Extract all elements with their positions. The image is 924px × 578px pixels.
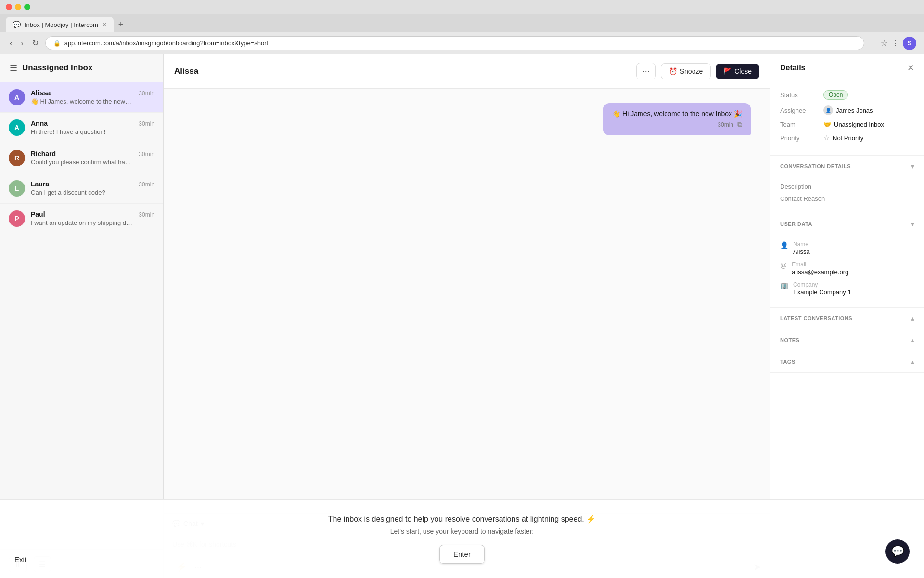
active-tab[interactable]: 💬 Inbox | Moodjoy | Intercom ✕	[6, 17, 114, 32]
sidebar-header: ☰ Unassigned Inbox	[0, 54, 163, 82]
close-btn[interactable]: 🚩 Close	[716, 64, 759, 79]
conv-preview-laura: Can I get a discount code?	[31, 189, 133, 196]
team-name: Unassigned Inbox	[834, 121, 884, 128]
priority-label: Priority	[780, 134, 823, 142]
company-icon: 🏢	[780, 282, 788, 289]
conversation-details-content: Description — Contact Reason —	[770, 177, 924, 213]
person-icon: 👤	[780, 241, 788, 249]
company-row: 🏢 Company Example Company 1	[780, 281, 914, 296]
name-value: Alissa	[793, 248, 810, 255]
name-row: 👤 Name Alissa	[780, 241, 914, 255]
header-actions: ··· ⏰ Snooze 🚩 Close	[636, 63, 759, 79]
contact-reason-row: Contact Reason —	[780, 195, 914, 202]
url-text: app.intercom.com/a/inbox/nnsgmgob/onboar…	[64, 39, 268, 47]
minimize-window-btn[interactable]	[15, 4, 21, 10]
conversation-item-laura[interactable]: L Laura Can I get a discount code? 30min	[0, 173, 163, 204]
chat-widget-icon: 💬	[891, 545, 904, 558]
address-bar: ‹ › ↻ 🔒 app.intercom.com/a/inbox/nnsgmgo…	[0, 32, 924, 54]
enter-btn[interactable]: Enter	[439, 545, 485, 564]
forward-btn[interactable]: ›	[19, 37, 25, 50]
notes-chevron: ▴	[911, 336, 914, 344]
user-data-content: 👤 Name Alissa @ Email alissa@example.org…	[770, 235, 924, 308]
user-data-title: USER DATA	[780, 221, 812, 227]
company-value: Example Company 1	[793, 289, 851, 296]
latest-conversations-chevron: ▴	[911, 315, 914, 322]
maximize-window-btn[interactable]	[24, 4, 30, 10]
conv-time-laura: 30min	[139, 181, 154, 188]
profile-btn[interactable]: S	[903, 37, 916, 50]
status-badge[interactable]: Open	[823, 90, 848, 100]
close-label: Close	[734, 67, 752, 75]
flag-icon: 🚩	[723, 67, 732, 75]
bookmark-icon[interactable]: ☆	[881, 39, 887, 48]
back-btn[interactable]: ‹	[8, 37, 14, 50]
tab-close-btn[interactable]: ✕	[102, 21, 107, 28]
conversation-list: A Alissa 👋 Hi James, welcome to the new …	[0, 82, 163, 549]
team-label: Team	[780, 121, 823, 128]
more-options-btn[interactable]: ···	[636, 63, 656, 79]
assignee-value[interactable]: 👤 James Jonas	[823, 105, 914, 115]
priority-value[interactable]: ☆ Not Priority	[823, 134, 914, 142]
conv-preview-richard: Could you please confirm what happe...	[31, 158, 133, 166]
details-title: Details	[780, 64, 907, 72]
conversation-item-alissa[interactable]: A Alissa 👋 Hi James, welcome to the new …	[0, 82, 163, 113]
snooze-btn[interactable]: ⏰ Snooze	[661, 63, 711, 79]
details-close-btn[interactable]: ✕	[907, 63, 914, 73]
tags-header[interactable]: TAGS ▴	[770, 351, 924, 373]
details-header: Details ✕	[770, 54, 924, 82]
team-value[interactable]: 🤝 Unassigned Inbox	[823, 121, 914, 128]
exit-btn[interactable]: Exit	[14, 555, 26, 564]
conv-time-paul: 30min	[139, 211, 154, 218]
conv-name-paul: Paul	[31, 210, 133, 218]
conversation-item-paul[interactable]: P Paul I want an update on my shipping d…	[0, 204, 163, 234]
conversation-details-chevron: ▾	[911, 162, 914, 170]
company-label: Company	[793, 281, 851, 288]
conv-name-alissa: Alissa	[31, 89, 133, 97]
status-value: Open	[823, 90, 914, 100]
user-data-header[interactable]: USER DATA ▾	[770, 213, 924, 235]
description-value: —	[833, 183, 839, 190]
notes-title: NOTES	[780, 337, 799, 343]
tags-chevron: ▴	[911, 358, 914, 366]
notes-header[interactable]: NOTES ▴	[770, 329, 924, 351]
tags-title: TAGS	[780, 359, 796, 365]
priority-row: Priority ☆ Not Priority	[780, 134, 914, 142]
url-bar[interactable]: 🔒 app.intercom.com/a/inbox/nnsgmgob/onbo…	[45, 36, 864, 50]
reload-btn[interactable]: ↻	[30, 37, 40, 50]
conv-time-alissa: 30min	[139, 90, 154, 97]
conv-name-laura: Laura	[31, 180, 133, 188]
extensions-icon[interactable]: ⋮	[869, 39, 877, 48]
avatar-alissa: A	[9, 89, 25, 105]
description-label: Description	[780, 183, 833, 190]
conversation-details-header[interactable]: CONVERSATION DETAILS ▾	[770, 156, 924, 177]
conversation-item-anna[interactable]: A Anna Hi there! I have a question! 30mi…	[0, 113, 163, 143]
chat-header: Alissa ··· ⏰ Snooze 🚩 Close	[164, 54, 770, 89]
menu-icon[interactable]: ⋮	[891, 39, 899, 48]
conv-name-anna: Anna	[31, 119, 133, 127]
avatar-anna: A	[9, 119, 25, 136]
conversation-item-richard[interactable]: R Richard Could you please confirm what …	[0, 143, 163, 173]
message-meta: 30min ⧉	[612, 120, 742, 129]
priority-name: Not Priority	[833, 134, 863, 142]
browser-toolbar: ⋮ ☆ ⋮ S	[869, 37, 916, 50]
close-window-btn[interactable]	[6, 4, 12, 10]
email-value: alissa@example.org	[792, 268, 848, 276]
copy-icon[interactable]: ⧉	[737, 120, 742, 129]
lock-icon: 🔒	[53, 40, 61, 47]
avatar-laura: L	[9, 180, 25, 197]
assignee-row: Assignee 👤 James Jonas	[780, 105, 914, 115]
chat-widget-btn[interactable]: 💬	[886, 539, 910, 564]
new-tab-btn[interactable]: +	[114, 18, 128, 32]
latest-conversations-header[interactable]: LATEST CONVERSATIONS ▴	[770, 308, 924, 329]
status-row: Status Open	[780, 90, 914, 100]
star-icon: ☆	[823, 134, 830, 142]
tab-bar: 💬 Inbox | Moodjoy | Intercom ✕ +	[0, 14, 924, 32]
sidebar-toggle-btn[interactable]: ☰	[10, 63, 17, 73]
chat-messages: 👋 Hi James, welcome to the new Inbox 🎉 3…	[164, 89, 770, 513]
snooze-label: Snooze	[680, 67, 703, 75]
assignee-name: James Jonas	[836, 107, 873, 114]
avatar-richard: R	[9, 150, 25, 166]
conv-time-richard: 30min	[139, 151, 154, 158]
email-label: Email	[792, 261, 848, 268]
sidebar-title: Unassigned Inbox	[22, 63, 92, 73]
